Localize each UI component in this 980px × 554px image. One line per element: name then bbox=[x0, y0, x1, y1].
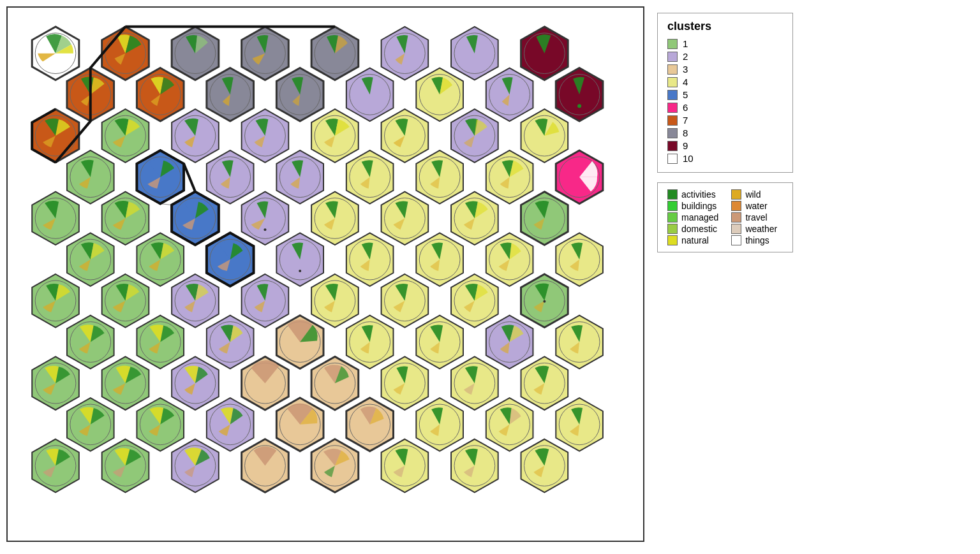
svg-line-185 bbox=[184, 164, 195, 192]
cluster-color-swatch bbox=[667, 141, 678, 151]
cluster-legend-item: 6 bbox=[667, 102, 783, 113]
cluster-label: 2 bbox=[683, 51, 688, 62]
svg-marker-1 bbox=[8, 8, 29, 32]
cluster-label: 3 bbox=[683, 64, 688, 75]
category-legend-item: travel bbox=[731, 212, 782, 222]
cluster-color-swatch bbox=[667, 128, 678, 138]
category-label: water bbox=[745, 201, 767, 211]
category-color-swatch bbox=[667, 212, 678, 222]
cluster-color-swatch bbox=[667, 103, 678, 113]
cluster-label: 8 bbox=[683, 128, 688, 138]
category-legend-item: water bbox=[731, 201, 782, 211]
cluster-legend-item: 3 bbox=[667, 64, 783, 75]
category-color-swatch bbox=[731, 235, 741, 245]
cluster-color-swatch bbox=[667, 154, 678, 164]
category-label: activities bbox=[681, 189, 716, 200]
category-color-swatch bbox=[731, 224, 741, 234]
main-container: clusters 1 2 3 4 5 6 7 8 9 10 activit bbox=[0, 0, 799, 548]
category-label: managed bbox=[681, 212, 718, 222]
clusters-legend-title: clusters bbox=[667, 20, 783, 33]
svg-point-34 bbox=[577, 104, 581, 108]
cluster-legend-item: 8 bbox=[667, 128, 783, 138]
cluster-label: 5 bbox=[683, 89, 688, 100]
svg-point-117 bbox=[543, 300, 546, 303]
category-legend-item: buildings bbox=[667, 201, 718, 211]
category-legend-item: domestic bbox=[667, 224, 718, 234]
cluster-legend-item: 5 bbox=[667, 89, 783, 100]
cluster-label: 10 bbox=[683, 153, 694, 164]
category-label: weather bbox=[745, 224, 777, 234]
cluster-legend-item: 10 bbox=[667, 153, 783, 164]
category-color-swatch bbox=[731, 212, 741, 222]
cluster-legend-item: 7 bbox=[667, 115, 783, 126]
cluster-color-swatch bbox=[667, 77, 678, 87]
category-label: domestic bbox=[681, 224, 717, 234]
cluster-label: 1 bbox=[683, 38, 688, 49]
category-label: things bbox=[745, 235, 769, 245]
category-label: wild bbox=[745, 189, 761, 200]
cluster-legend-item: 1 bbox=[667, 38, 783, 49]
category-color-swatch bbox=[731, 201, 741, 211]
cluster-legend-item: 2 bbox=[667, 51, 783, 62]
category-color-swatch bbox=[667, 235, 678, 245]
cluster-label: 4 bbox=[683, 77, 688, 87]
category-label: buildings bbox=[681, 201, 716, 211]
legend-area: clusters 1 2 3 4 5 6 7 8 9 10 activit bbox=[657, 6, 793, 252]
svg-point-75 bbox=[264, 228, 266, 231]
category-legend-item: activities bbox=[667, 189, 718, 200]
category-label: travel bbox=[745, 212, 767, 222]
cluster-color-swatch bbox=[667, 64, 678, 75]
category-legend-item: managed bbox=[667, 212, 718, 222]
category-legend-item: wild bbox=[731, 189, 782, 200]
cluster-label: 6 bbox=[683, 102, 688, 113]
category-legend-item: things bbox=[731, 235, 782, 245]
category-color-swatch bbox=[667, 224, 678, 234]
clusters-legend: clusters 1 2 3 4 5 6 7 8 9 10 bbox=[657, 13, 793, 173]
cluster-color-swatch bbox=[667, 115, 678, 126]
svg-point-92 bbox=[299, 270, 301, 272]
map-area bbox=[6, 6, 644, 542]
category-color-swatch bbox=[667, 201, 678, 211]
svg-line-186 bbox=[160, 204, 172, 205]
cluster-color-swatch bbox=[667, 39, 678, 49]
svg-marker-0 bbox=[8, 8, 19, 19]
category-label: natural bbox=[681, 235, 709, 245]
category-color-swatch bbox=[731, 189, 741, 200]
cluster-legend-item: 9 bbox=[667, 140, 783, 151]
cluster-color-swatch bbox=[667, 90, 678, 100]
category-legend-item: weather bbox=[731, 224, 782, 234]
cluster-label: 9 bbox=[683, 140, 688, 151]
category-color-swatch bbox=[667, 189, 678, 200]
category-legend-item: natural bbox=[667, 235, 718, 245]
cluster-legend-item: 4 bbox=[667, 77, 783, 87]
cluster-color-swatch bbox=[667, 52, 678, 62]
categories-legend: activities wild buildings water managed … bbox=[657, 182, 793, 252]
cluster-label: 7 bbox=[683, 115, 688, 126]
